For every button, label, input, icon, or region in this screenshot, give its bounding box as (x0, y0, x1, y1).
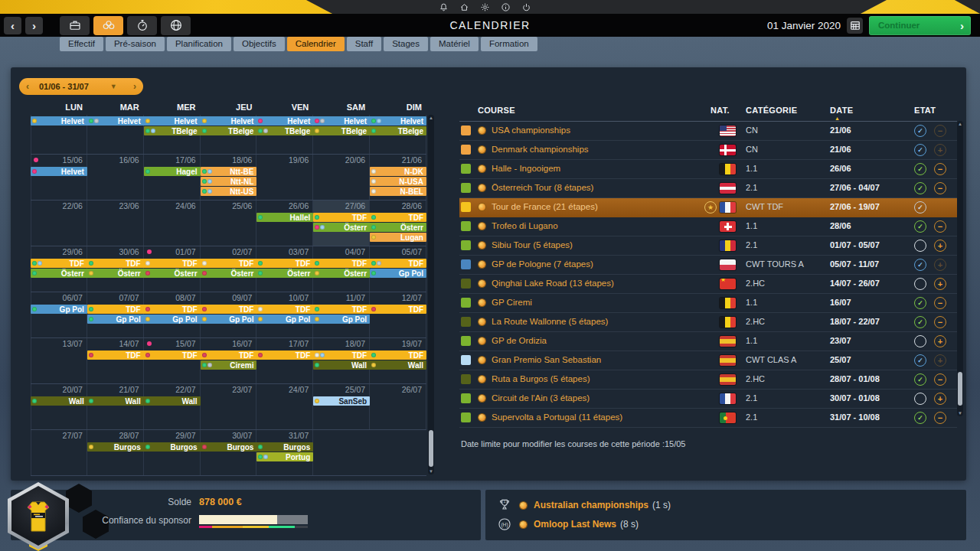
state-plus-dim-icon[interactable]: + (934, 354, 946, 367)
tab-formation[interactable]: Formation (481, 37, 537, 51)
calendar-event-bar[interactable]: TDFTDF (313, 213, 426, 222)
state-blue-check-icon[interactable]: ✓ (914, 144, 926, 156)
calendar-event-bar[interactable]: Ntt-NL (201, 177, 257, 186)
state-green-check-icon[interactable]: ✓ (914, 220, 926, 233)
calendar-event-bar[interactable]: Hagel (144, 167, 201, 176)
forward-button[interactable]: › (25, 17, 43, 34)
calendar-event-bar[interactable]: N-USA (370, 177, 426, 186)
continue-button[interactable]: Continuer › (869, 16, 971, 35)
calendar-event-bar[interactable]: Gp PolGp PolGp PolGp PolGp Pol (87, 315, 370, 324)
calendar-event-bar[interactable]: Gp Pol (31, 305, 87, 314)
date-range-selector[interactable]: ‹ 01/06 - 31/07 ▼ › (19, 78, 143, 95)
calendar-event-bar[interactable]: TDFTDFTDFTDFTDFTDF (87, 350, 426, 360)
calendar-event-bar[interactable]: N-DK (370, 167, 426, 176)
column-header-nat-[interactable]: NAT. (710, 106, 730, 115)
calendar-event-bar[interactable]: Ntt-BE (201, 167, 257, 176)
calendar-event-bar[interactable]: Portug (256, 452, 313, 461)
race-row[interactable]: GP de Ordizia1.123/07+ (459, 332, 957, 351)
race-row[interactable]: Supervolta a Portugal (11 étapes)2.131/0… (459, 409, 957, 428)
state-green-check-icon[interactable]: ✓ (914, 297, 926, 309)
state-empty-icon[interactable] (914, 278, 926, 290)
state-empty-icon[interactable] (914, 335, 926, 347)
calendar-event-bar[interactable]: WallWall (313, 360, 426, 370)
power-icon[interactable] (521, 2, 531, 12)
race-row[interactable]: Gran Premio San SebastianCWT CLAS A25/07… (459, 351, 957, 370)
news-title[interactable]: Australian championships (534, 500, 648, 510)
race-row[interactable]: Qinghai Lake Road (13 étapes)2.HC14/07 -… (459, 275, 957, 294)
state-minus-icon[interactable]: − (934, 316, 946, 328)
state-green-check-icon[interactable]: ✓ (914, 412, 926, 424)
state-green-check-icon[interactable]: ✓ (914, 182, 926, 194)
state-blue-check-icon[interactable]: ✓ (914, 354, 926, 367)
state-blue-check-icon[interactable]: ✓ (914, 259, 926, 271)
calendar-event-bar[interactable]: HelvetHelvetHelvetHelvetHelvetHelvetHelv… (31, 116, 426, 126)
calendar-event-bar[interactable]: ÖsterrÖsterr (313, 223, 426, 232)
race-row[interactable]: Sibiu Tour (5 étapes)2.101/07 - 05/07+ (459, 236, 957, 256)
tab-mat-riel[interactable]: Matériel (430, 37, 479, 51)
team-badge[interactable] (8, 482, 69, 549)
calendar-scroll-thumb[interactable] (429, 430, 433, 467)
column-header-cat-gorie[interactable]: CATÉGORIE (746, 106, 797, 115)
state-plus-dim-icon[interactable]: + (934, 144, 946, 156)
race-row[interactable]: Denmark championshipsCN21/06✓+ (459, 141, 957, 160)
state-plus-icon[interactable]: + (934, 335, 946, 347)
calendar-icon[interactable] (847, 18, 863, 34)
news-title[interactable]: Omloop Last News (534, 519, 616, 530)
chevron-down-icon[interactable]: ▼ (110, 83, 117, 90)
state-plus-icon[interactable]: + (934, 393, 946, 405)
tab-planification[interactable]: Planification (167, 37, 231, 51)
state-green-check-icon[interactable]: ✓ (914, 373, 926, 386)
tab-pr-saison[interactable]: Pré-saison (106, 37, 165, 51)
home-icon[interactable] (459, 2, 469, 12)
state-green-check-icon[interactable]: ✓ (914, 316, 926, 328)
calendar-event-bar[interactable]: BurgosBurgosBurgosBurgos (87, 442, 313, 452)
gear-icon[interactable] (479, 2, 490, 12)
toolbar-button-briefcase[interactable] (60, 16, 90, 35)
news-item[interactable]: 1Australian championships(1 s) (496, 497, 671, 514)
back-button[interactable]: ‹ (4, 17, 21, 34)
scroll-up-icon[interactable]: ▲ (957, 122, 963, 126)
race-row[interactable]: USA championshipsCN21/06✓− (459, 122, 957, 141)
column-header-etat[interactable]: ETAT (914, 106, 936, 115)
toolbar-button-stopwatch[interactable] (127, 16, 157, 35)
race-row[interactable]: GP de Pologne (7 étapes)CWT TOURS A05/07… (459, 256, 957, 275)
news-item[interactable]: (H)Omloop Last News(8 s) (496, 516, 639, 533)
state-green-check-icon[interactable]: ✓ (914, 163, 926, 175)
state-gray-check-icon[interactable]: ✓ (914, 201, 926, 214)
state-minus-icon[interactable]: − (934, 373, 946, 386)
state-minus-dim-icon[interactable]: − (934, 125, 946, 137)
calendar-event-bar[interactable]: Lugan (370, 233, 426, 242)
state-plus-icon[interactable]: + (934, 278, 946, 290)
race-row[interactable]: Halle - Ingooigem1.126/06✓− (459, 160, 957, 179)
race-row[interactable]: Circuit de l'Ain (3 étapes)2.130/07 - 01… (459, 390, 957, 409)
state-minus-icon[interactable]: − (934, 297, 946, 309)
scroll-down-icon[interactable]: ▼ (428, 469, 434, 474)
tab-calendrier[interactable]: Calendrier (287, 37, 345, 51)
race-row[interactable]: La Route Wallonne (5 étapes)2.HC18/07 - … (459, 313, 957, 332)
tab-objectifs[interactable]: Objectifs (234, 37, 285, 51)
state-empty-icon[interactable] (914, 240, 926, 252)
state-minus-icon[interactable]: − (934, 163, 946, 175)
scroll-up-icon[interactable]: ▲ (428, 116, 434, 120)
calendar-event-bar[interactable]: Ntt-US (201, 187, 257, 196)
toolbar-button-globe[interactable] (161, 16, 191, 35)
calendar-event-bar[interactable]: TDFTDFTDFTDFTDFTDF (87, 305, 426, 314)
tab-effectif[interactable]: Effectif (60, 37, 103, 51)
calendar-event-bar[interactable]: Hallel (256, 213, 313, 222)
calendar-event-bar[interactable]: TBelgeTBelgeTBelgeTBelgeTBelge (144, 126, 426, 135)
table-scrollbar[interactable]: ▲ ▼ (957, 121, 963, 416)
state-blue-check-icon[interactable]: ✓ (914, 125, 926, 137)
calendar-scrollbar[interactable]: ▲ ▼ (428, 115, 434, 474)
calendar-event-bar[interactable]: ÖsterrÖsterrÖsterrÖsterrÖsterrÖsterr (31, 269, 370, 278)
state-minus-icon[interactable]: − (934, 220, 946, 233)
table-scroll-thumb[interactable] (958, 372, 962, 406)
column-header-date[interactable]: DATE (830, 106, 853, 115)
bell-icon[interactable] (438, 2, 449, 12)
range-next-icon[interactable]: › (126, 81, 143, 92)
scroll-down-icon[interactable]: ▼ (957, 411, 963, 416)
tab-staff[interactable]: Staff (347, 37, 381, 51)
race-row[interactable]: GP Ciremi1.116/07✓− (459, 294, 957, 313)
tab-stages[interactable]: Stages (384, 37, 428, 51)
calendar-event-bar[interactable]: Gp Pol (370, 269, 426, 278)
calendar-event-bar[interactable]: Ciremi (201, 360, 257, 370)
